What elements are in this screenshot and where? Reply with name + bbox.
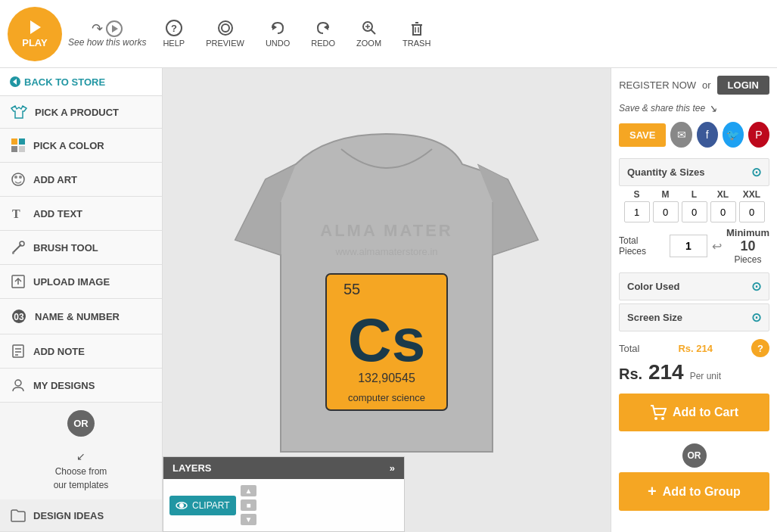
- choose-templates-line1: Choose from: [55, 465, 107, 478]
- size-xxl-input[interactable]: [739, 201, 765, 222]
- help-button[interactable]: ? HELP: [152, 15, 195, 52]
- size-xxl-label: XXL: [739, 189, 765, 200]
- trash-label: TRASH: [402, 39, 430, 48]
- size-s-input[interactable]: [624, 201, 650, 222]
- undo-arrow-icon: ↩: [712, 239, 722, 254]
- preview-button[interactable]: PREVIEW: [195, 15, 255, 52]
- svg-text:T: T: [12, 207, 20, 220]
- play-label: PLAY: [22, 37, 47, 48]
- sidebar-item-add-art[interactable]: ADD ART: [0, 163, 162, 197]
- undo-label: UNDO: [266, 39, 290, 48]
- arrow-down-right-icon: ↘: [708, 102, 717, 114]
- left-sidebar: BACK TO STORE PICK A PRODUCT PICK A COLO…: [0, 68, 163, 532]
- sidebar-item-my-designs[interactable]: MY DESIGNS: [0, 369, 162, 403]
- layers-expand-icon[interactable]: »: [390, 462, 395, 474]
- share-email-button[interactable]: ✉: [670, 122, 692, 148]
- name-number-label: NAME & NUMBER: [35, 311, 120, 322]
- layers-title: LAYERS: [172, 462, 212, 474]
- svg-point-25: [14, 176, 17, 179]
- add-art-label: ADD ART: [33, 174, 77, 185]
- layer-controls: ▲ ■ ▼: [241, 485, 257, 525]
- share-facebook-button[interactable]: f: [697, 122, 718, 148]
- back-to-store-button[interactable]: BACK TO STORE: [0, 68, 162, 96]
- help-area[interactable]: ↷ See how this works: [68, 20, 146, 48]
- sidebar-item-add-note[interactable]: ADD NOTE: [0, 334, 162, 369]
- svg-text:Cs: Cs: [348, 306, 425, 374]
- choose-templates-button[interactable]: ↙ Choose from our templates: [0, 444, 162, 499]
- layers-header[interactable]: LAYERS »: [163, 457, 404, 479]
- redo-button[interactable]: REDO: [300, 15, 346, 52]
- design-ideas-label: DESIGN IDEAS: [33, 510, 104, 521]
- total-pieces-label: Total Pieces: [619, 235, 665, 257]
- screen-size-header[interactable]: Screen Size ⊙: [619, 303, 769, 331]
- layer-clipart-row[interactable]: CLIPART: [169, 496, 236, 515]
- share-twitter-button[interactable]: 🐦: [723, 122, 744, 148]
- layer-down-button[interactable]: ▼: [241, 514, 257, 525]
- qty-sizes-header[interactable]: Quantity & Sizes ⊙: [619, 158, 769, 186]
- share-pinterest-button[interactable]: P: [748, 122, 769, 148]
- screen-size-title: Screen Size: [627, 312, 682, 323]
- zoom-button[interactable]: ZOOM: [346, 15, 392, 52]
- text-icon: T: [11, 206, 26, 221]
- sidebar-item-name-number[interactable]: 03 NAME & NUMBER: [0, 299, 162, 334]
- help-label: See how this works: [68, 37, 146, 48]
- tshirt-icon: [11, 105, 27, 119]
- folder-icon: [11, 509, 26, 522]
- sidebar-item-add-text[interactable]: T ADD TEXT: [0, 197, 162, 231]
- add-to-cart-button[interactable]: Add to Cart: [619, 394, 769, 431]
- main-layout: BACK TO STORE PICK A PRODUCT PICK A COLO…: [0, 68, 777, 532]
- layers-body: CLIPART ▲ ■ ▼: [163, 479, 404, 531]
- sidebar-item-design-ideas[interactable]: DESIGN IDEAS: [0, 499, 162, 532]
- layers-panel: LAYERS » CLIPART ▲ ■ ▼: [163, 456, 405, 532]
- pick-product-label: PICK A PRODUCT: [35, 107, 119, 118]
- sidebar-item-brush-tool[interactable]: BRUSH TOOL: [0, 231, 162, 265]
- svg-rect-20: [11, 138, 17, 145]
- play-button[interactable]: PLAY: [8, 7, 62, 61]
- per-unit-label: Per unit: [690, 371, 721, 381]
- add-to-group-label: Add to Group: [663, 485, 741, 499]
- price-help-icon[interactable]: ?: [751, 339, 769, 357]
- sidebar-item-upload-image[interactable]: UPLOAD IMAGE: [0, 265, 162, 299]
- qty-sizes-title: Quantity & Sizes: [627, 166, 705, 178]
- layer-middle-button[interactable]: ■: [241, 499, 257, 511]
- svg-marker-0: [30, 20, 41, 34]
- add-note-label: ADD NOTE: [33, 346, 85, 357]
- help-button-label: HELP: [163, 39, 185, 48]
- auth-or: or: [702, 79, 711, 91]
- qty-sizes-section: Quantity & Sizes ⊙ S M L XL: [619, 158, 769, 268]
- svg-marker-2: [112, 25, 118, 33]
- brush-tool-label: BRUSH TOOL: [33, 242, 98, 254]
- svg-text:computer science: computer science: [348, 392, 425, 403]
- qty-chevron-icon: ⊙: [751, 165, 761, 179]
- svg-text:ALMA MATER: ALMA MATER: [320, 221, 452, 240]
- auth-bar: REGISTER NOW or LOGIN: [619, 76, 769, 95]
- qty-total-row: Total Pieces ↩ Minimum 10 Pieces: [619, 227, 769, 265]
- sidebar-item-pick-color[interactable]: PICK A COLOR: [0, 129, 162, 163]
- art-icon: [11, 172, 26, 187]
- save-share-area: Save & share this tee ↘: [619, 102, 769, 114]
- trash-button[interactable]: TRASH: [392, 15, 441, 52]
- size-m-input[interactable]: [653, 201, 679, 222]
- upload-icon: [11, 274, 26, 289]
- register-button[interactable]: REGISTER NOW: [619, 79, 696, 91]
- cart-icon: [650, 404, 667, 421]
- svg-point-26: [19, 176, 22, 179]
- add-to-group-button[interactable]: + Add to Group: [619, 472, 769, 511]
- sidebar-item-pick-product[interactable]: PICK A PRODUCT: [0, 96, 162, 129]
- undo-button[interactable]: UNDO: [255, 15, 300, 52]
- total-pieces-input[interactable]: [670, 235, 707, 257]
- size-m-label: M: [653, 189, 679, 200]
- color-used-title: Color Used: [627, 281, 679, 292]
- plus-icon: +: [648, 483, 657, 500]
- save-button[interactable]: SAVE: [619, 123, 666, 147]
- size-xl-input[interactable]: [710, 201, 736, 222]
- price-currency: Rs.: [619, 366, 642, 382]
- size-xl-label: XL: [710, 189, 736, 200]
- layer-up-button[interactable]: ▲: [241, 485, 257, 496]
- svg-point-48: [654, 417, 657, 420]
- login-button[interactable]: LOGIN: [717, 76, 769, 95]
- size-l-input[interactable]: [682, 201, 707, 222]
- person-icon: [11, 378, 26, 393]
- eye-icon: [176, 499, 188, 512]
- color-used-header[interactable]: Color Used ⊙: [619, 272, 769, 300]
